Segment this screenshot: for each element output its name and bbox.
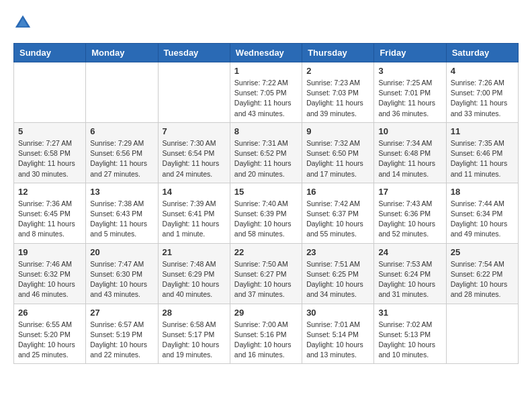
calendar-cell: 12Sunrise: 7:36 AM Sunset: 6:45 PM Dayli… xyxy=(14,183,86,243)
day-info: Sunrise: 7:42 AM Sunset: 6:37 PM Dayligh… xyxy=(306,199,369,240)
day-info: Sunrise: 7:01 AM Sunset: 5:14 PM Dayligh… xyxy=(306,320,369,361)
day-number: 31 xyxy=(378,308,441,318)
day-info: Sunrise: 7:27 AM Sunset: 6:58 PM Dayligh… xyxy=(18,138,81,179)
calendar-cell: 3Sunrise: 7:25 AM Sunset: 7:01 PM Daylig… xyxy=(374,62,446,123)
day-info: Sunrise: 7:00 AM Sunset: 5:16 PM Dayligh… xyxy=(234,320,298,361)
weekday-header-tuesday: Tuesday xyxy=(158,44,230,62)
day-number: 27 xyxy=(90,308,153,318)
day-number: 25 xyxy=(451,247,514,257)
day-number: 6 xyxy=(90,126,153,136)
day-info: Sunrise: 7:02 AM Sunset: 5:13 PM Dayligh… xyxy=(378,320,441,361)
calendar-cell xyxy=(446,304,518,364)
calendar-cell: 18Sunrise: 7:44 AM Sunset: 6:34 PM Dayli… xyxy=(446,183,518,243)
calendar-cell: 21Sunrise: 7:48 AM Sunset: 6:29 PM Dayli… xyxy=(158,243,230,304)
day-info: Sunrise: 7:38 AM Sunset: 6:43 PM Dayligh… xyxy=(90,199,153,240)
calendar-week-row: 5Sunrise: 7:27 AM Sunset: 6:58 PM Daylig… xyxy=(14,122,519,183)
calendar-cell: 20Sunrise: 7:47 AM Sunset: 6:30 PM Dayli… xyxy=(86,243,158,304)
day-number: 30 xyxy=(306,308,369,318)
day-info: Sunrise: 7:47 AM Sunset: 6:30 PM Dayligh… xyxy=(90,259,153,300)
calendar-cell: 16Sunrise: 7:42 AM Sunset: 6:37 PM Dayli… xyxy=(302,183,374,243)
day-number: 16 xyxy=(306,187,369,197)
calendar-cell: 7Sunrise: 7:30 AM Sunset: 6:54 PM Daylig… xyxy=(158,122,230,183)
day-number: 9 xyxy=(306,126,369,136)
day-number: 1 xyxy=(234,66,298,76)
calendar-cell: 22Sunrise: 7:50 AM Sunset: 6:27 PM Dayli… xyxy=(230,243,302,304)
day-number: 26 xyxy=(18,308,81,318)
weekday-header-thursday: Thursday xyxy=(302,44,374,62)
weekday-header-wednesday: Wednesday xyxy=(230,44,302,62)
day-number: 21 xyxy=(163,247,226,257)
weekday-header-monday: Monday xyxy=(86,44,158,62)
day-number: 14 xyxy=(163,187,226,197)
calendar-cell: 9Sunrise: 7:32 AM Sunset: 6:50 PM Daylig… xyxy=(302,122,374,183)
day-info: Sunrise: 7:31 AM Sunset: 6:52 PM Dayligh… xyxy=(234,138,298,179)
day-info: Sunrise: 7:48 AM Sunset: 6:29 PM Dayligh… xyxy=(163,259,226,300)
weekday-header-sunday: Sunday xyxy=(14,44,86,62)
day-info: Sunrise: 7:50 AM Sunset: 6:27 PM Dayligh… xyxy=(234,259,298,300)
logo xyxy=(13,13,35,32)
day-number: 12 xyxy=(18,187,81,197)
calendar-cell: 14Sunrise: 7:39 AM Sunset: 6:41 PM Dayli… xyxy=(158,183,230,243)
day-number: 5 xyxy=(18,126,81,136)
day-info: Sunrise: 6:55 AM Sunset: 5:20 PM Dayligh… xyxy=(18,320,81,361)
calendar-cell: 27Sunrise: 6:57 AM Sunset: 5:19 PM Dayli… xyxy=(86,304,158,364)
day-number: 3 xyxy=(378,66,441,76)
day-number: 7 xyxy=(163,126,226,136)
calendar-header-row: SundayMondayTuesdayWednesdayThursdayFrid… xyxy=(14,44,519,62)
calendar-cell: 23Sunrise: 7:51 AM Sunset: 6:25 PM Dayli… xyxy=(302,243,374,304)
weekday-header-friday: Friday xyxy=(374,44,446,62)
day-info: Sunrise: 7:43 AM Sunset: 6:36 PM Dayligh… xyxy=(378,199,441,240)
calendar-cell: 15Sunrise: 7:40 AM Sunset: 6:39 PM Dayli… xyxy=(230,183,302,243)
day-info: Sunrise: 7:34 AM Sunset: 6:48 PM Dayligh… xyxy=(378,138,441,179)
day-info: Sunrise: 7:35 AM Sunset: 6:46 PM Dayligh… xyxy=(451,138,514,179)
day-info: Sunrise: 7:54 AM Sunset: 6:22 PM Dayligh… xyxy=(451,259,514,300)
calendar-cell: 6Sunrise: 7:29 AM Sunset: 6:56 PM Daylig… xyxy=(86,122,158,183)
calendar-cell: 8Sunrise: 7:31 AM Sunset: 6:52 PM Daylig… xyxy=(230,122,302,183)
day-number: 15 xyxy=(234,187,298,197)
calendar-cell: 17Sunrise: 7:43 AM Sunset: 6:36 PM Dayli… xyxy=(374,183,446,243)
day-info: Sunrise: 6:57 AM Sunset: 5:19 PM Dayligh… xyxy=(90,320,153,361)
logo-icon xyxy=(13,13,32,32)
calendar-cell: 11Sunrise: 7:35 AM Sunset: 6:46 PM Dayli… xyxy=(446,122,518,183)
calendar-table: SundayMondayTuesdayWednesdayThursdayFrid… xyxy=(13,43,519,364)
day-number: 20 xyxy=(90,247,153,257)
day-number: 11 xyxy=(451,126,514,136)
day-info: Sunrise: 7:32 AM Sunset: 6:50 PM Dayligh… xyxy=(306,138,369,179)
day-info: Sunrise: 7:53 AM Sunset: 6:24 PM Dayligh… xyxy=(378,259,441,300)
day-info: Sunrise: 7:51 AM Sunset: 6:25 PM Dayligh… xyxy=(306,259,369,300)
day-number: 17 xyxy=(378,187,441,197)
day-number: 23 xyxy=(306,247,369,257)
day-number: 8 xyxy=(234,126,298,136)
day-info: Sunrise: 7:29 AM Sunset: 6:56 PM Dayligh… xyxy=(90,138,153,179)
calendar-cell: 13Sunrise: 7:38 AM Sunset: 6:43 PM Dayli… xyxy=(86,183,158,243)
day-info: Sunrise: 7:44 AM Sunset: 6:34 PM Dayligh… xyxy=(451,199,514,240)
calendar-cell: 26Sunrise: 6:55 AM Sunset: 5:20 PM Dayli… xyxy=(14,304,86,364)
day-info: Sunrise: 7:46 AM Sunset: 6:32 PM Dayligh… xyxy=(18,259,81,300)
calendar-cell: 31Sunrise: 7:02 AM Sunset: 5:13 PM Dayli… xyxy=(374,304,446,364)
calendar-cell: 28Sunrise: 6:58 AM Sunset: 5:17 PM Dayli… xyxy=(158,304,230,364)
day-number: 19 xyxy=(18,247,81,257)
day-number: 13 xyxy=(90,187,153,197)
calendar-week-row: 1Sunrise: 7:22 AM Sunset: 7:05 PM Daylig… xyxy=(14,62,519,123)
day-number: 4 xyxy=(451,66,514,76)
day-info: Sunrise: 7:39 AM Sunset: 6:41 PM Dayligh… xyxy=(163,199,226,240)
calendar-cell: 2Sunrise: 7:23 AM Sunset: 7:03 PM Daylig… xyxy=(302,62,374,123)
day-number: 29 xyxy=(234,308,298,318)
calendar-week-row: 26Sunrise: 6:55 AM Sunset: 5:20 PM Dayli… xyxy=(14,304,519,364)
calendar-cell: 1Sunrise: 7:22 AM Sunset: 7:05 PM Daylig… xyxy=(230,62,302,123)
calendar-cell: 5Sunrise: 7:27 AM Sunset: 6:58 PM Daylig… xyxy=(14,122,86,183)
calendar-week-row: 19Sunrise: 7:46 AM Sunset: 6:32 PM Dayli… xyxy=(14,243,519,304)
day-number: 24 xyxy=(378,247,441,257)
day-info: Sunrise: 7:40 AM Sunset: 6:39 PM Dayligh… xyxy=(234,199,298,240)
day-info: Sunrise: 7:22 AM Sunset: 7:05 PM Dayligh… xyxy=(234,78,298,119)
calendar-cell: 19Sunrise: 7:46 AM Sunset: 6:32 PM Dayli… xyxy=(14,243,86,304)
day-info: Sunrise: 7:30 AM Sunset: 6:54 PM Dayligh… xyxy=(163,138,226,179)
calendar-cell xyxy=(158,62,230,123)
calendar-cell: 25Sunrise: 7:54 AM Sunset: 6:22 PM Dayli… xyxy=(446,243,518,304)
day-info: Sunrise: 7:25 AM Sunset: 7:01 PM Dayligh… xyxy=(378,78,441,119)
weekday-header-saturday: Saturday xyxy=(446,44,518,62)
calendar-cell: 4Sunrise: 7:26 AM Sunset: 7:00 PM Daylig… xyxy=(446,62,518,123)
day-number: 10 xyxy=(378,126,441,136)
day-info: Sunrise: 7:23 AM Sunset: 7:03 PM Dayligh… xyxy=(306,78,369,119)
day-number: 2 xyxy=(306,66,369,76)
